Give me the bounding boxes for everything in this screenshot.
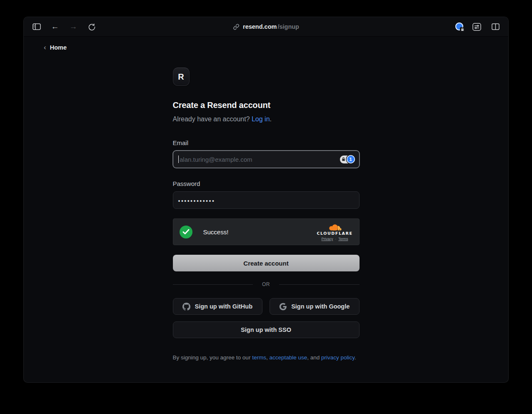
terms-link[interactable]: terms — [252, 354, 266, 361]
google-signup-button[interactable]: Sign up with Google — [270, 298, 360, 315]
onepassword-icon: 1 — [347, 155, 355, 163]
password-manager-extension-icon[interactable] — [455, 23, 464, 31]
password-label: Password — [173, 180, 360, 187]
onepassword-autofill-button[interactable]: 1 — [340, 155, 355, 163]
password-masked-value: •••••••••••• — [178, 196, 215, 204]
cloudflare-links: Privacy · Terms — [322, 237, 348, 241]
cloudflare-turnstile-widget: Success! CLOUDFLARE Privacy · Terms — [173, 218, 360, 245]
email-field[interactable]: alan.turing@example.com 1 — [173, 151, 360, 168]
chevron-left-icon: ‹ — [44, 44, 46, 51]
acceptable-use-link[interactable]: acceptable use — [269, 354, 307, 361]
url-path: /signup — [277, 23, 299, 30]
back-icon[interactable]: ← — [49, 20, 61, 33]
divider-line-right — [279, 284, 360, 285]
turnstile-status: Success! — [203, 228, 229, 236]
cloudflare-link-dot: · — [335, 237, 336, 241]
split-view-icon[interactable] — [489, 20, 502, 33]
breadcrumb-home[interactable]: ‹ Home — [24, 44, 508, 51]
divider-label: OR — [262, 281, 270, 287]
address-bar[interactable]: resend.com/signup — [233, 17, 299, 36]
success-check-icon — [180, 226, 192, 238]
email-placeholder: alan.turing@example.com — [180, 156, 252, 163]
signup-form-column: R Create a Resend account Already have a… — [173, 68, 360, 361]
divider-line-left — [173, 284, 253, 285]
link-icon — [233, 24, 239, 30]
footer-text-3: , and — [307, 354, 321, 361]
footer-text-4: . — [355, 354, 356, 361]
toolbar-left-group: ← → — [30, 20, 98, 33]
cloudflare-privacy-link[interactable]: Privacy — [322, 237, 333, 241]
cloudflare-wordmark: CLOUDFLARE — [317, 231, 352, 236]
password-field[interactable]: •••••••••••• — [173, 191, 360, 209]
github-icon — [182, 303, 190, 311]
cloudflare-cloud-icon — [327, 224, 342, 231]
page-settings-icon[interactable] — [470, 20, 483, 33]
login-prompt-period: . — [270, 115, 272, 123]
github-signup-label: Sign up with GitHub — [195, 303, 252, 310]
google-signup-label: Sign up with Google — [291, 303, 350, 310]
toolbar-right-group — [455, 20, 502, 33]
signup-page: ‹ Home R Create a Resend account Already… — [24, 37, 508, 361]
lock-badge-icon — [460, 27, 465, 32]
reload-icon[interactable] — [85, 20, 98, 33]
breadcrumb-label: Home — [50, 44, 67, 51]
sso-signup-label: Sign up with SSO — [241, 326, 291, 333]
privacy-policy-link[interactable]: privacy policy — [321, 354, 355, 361]
legal-footer: By signing up, you agree to our terms, a… — [173, 354, 360, 361]
footer-text-1: By signing up, you agree to our — [173, 354, 252, 361]
forward-icon: → — [67, 20, 80, 33]
browser-window: ← → resend.com/signup — [23, 17, 509, 383]
social-signup-row: Sign up with GitHub Sign up with Google — [173, 298, 360, 315]
url-domain: resend.com — [243, 23, 277, 30]
github-signup-button[interactable]: Sign up with GitHub — [173, 298, 263, 315]
email-label: Email — [173, 139, 360, 146]
google-icon — [279, 303, 287, 311]
cloudflare-terms-link[interactable]: Terms — [338, 237, 348, 241]
login-prompt: Already have an account? Log in. — [173, 115, 360, 123]
page-title: Create a Resend account — [173, 100, 360, 110]
resend-logo: R — [173, 68, 190, 86]
login-prompt-text: Already have an account? — [173, 115, 252, 123]
text-cursor — [178, 156, 179, 163]
sso-signup-button[interactable]: Sign up with SSO — [173, 321, 360, 338]
or-divider: OR — [173, 281, 360, 287]
browser-toolbar: ← → resend.com/signup — [24, 17, 508, 37]
create-account-button[interactable]: Create account — [173, 255, 360, 271]
sidebar-toggle-icon[interactable] — [30, 20, 43, 33]
cloudflare-branding: CLOUDFLARE Privacy · Terms — [317, 223, 352, 241]
login-link[interactable]: Log in — [252, 115, 270, 123]
